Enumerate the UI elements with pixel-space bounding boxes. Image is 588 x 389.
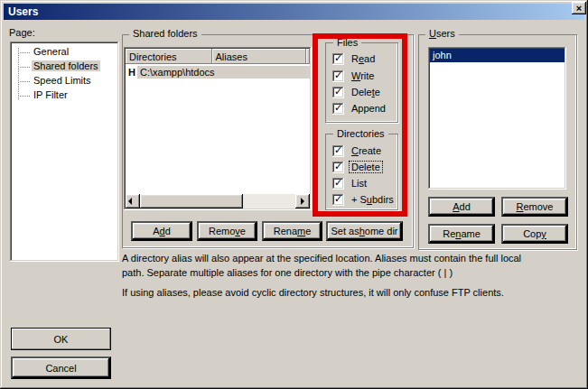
home-dir-flag: H	[126, 67, 137, 78]
subdirs-checkbox[interactable]: ✓	[332, 194, 344, 206]
checkbox-row-write[interactable]: ✓ Write	[332, 69, 376, 82]
shared-folders-group-label: Shared folders	[129, 28, 201, 40]
user-name: john	[433, 50, 452, 60]
scroll-left-button[interactable]	[126, 194, 140, 208]
scrollbar-track[interactable]	[243, 194, 295, 208]
check-icon: ✓	[334, 53, 342, 63]
remove-user-button[interactable]: Remove	[501, 197, 568, 217]
alias-note-line3: If using aliases, please avoid cyclic di…	[122, 287, 504, 298]
sidebar-item-speed-limits[interactable]: Speed Limits	[12, 74, 117, 88]
check-icon: ✓	[334, 162, 342, 171]
append-checkbox[interactable]: ✓	[332, 103, 344, 115]
read-checkbox[interactable]: ✓	[332, 53, 344, 65]
tree-stub	[20, 96, 30, 97]
checkbox-row-delete-dir[interactable]: ✓ Delete	[332, 161, 382, 173]
checkbox-row-list[interactable]: ✓ List	[332, 177, 369, 190]
create-checkbox[interactable]: ✓	[332, 145, 344, 157]
remove-folder-button[interactable]: Remove	[197, 221, 257, 241]
tree-stub	[20, 67, 30, 68]
rename-user-button[interactable]: Rename	[428, 224, 495, 244]
copy-user-button[interactable]: Copy	[501, 224, 568, 244]
close-icon: ×	[576, 4, 582, 14]
files-permissions-group: Files ✓ Read ✓ Write ✓ Delete ✓ Append	[325, 42, 398, 123]
column-header-aliases[interactable]: Aliases	[212, 49, 306, 64]
alias-note-line1: A directory alias will also appear at th…	[122, 253, 521, 264]
check-icon: ✓	[334, 103, 342, 113]
rename-folder-button[interactable]: Rename	[262, 221, 322, 241]
sidebar-item-ip-filter[interactable]: IP Filter	[12, 88, 117, 103]
sidebar-item-general[interactable]: General	[12, 45, 117, 60]
directories-group-label: Directories	[333, 128, 388, 140]
scroll-left-icon	[128, 198, 132, 205]
check-icon: ✓	[334, 145, 342, 155]
scrollbar-thumb[interactable]	[140, 194, 243, 208]
scroll-right-button[interactable]	[295, 194, 310, 208]
close-button[interactable]: ×	[572, 2, 586, 14]
window-title: Users	[8, 5, 38, 18]
check-icon: ✓	[334, 70, 342, 80]
set-home-dir-button[interactable]: Set as home dir	[326, 221, 403, 241]
add-user-button[interactable]: Add	[428, 197, 495, 217]
checkbox-row-create[interactable]: ✓ Create	[332, 144, 383, 157]
scroll-right-icon	[301, 198, 304, 205]
write-checkbox[interactable]: ✓	[332, 70, 344, 82]
check-icon: ✓	[334, 178, 342, 188]
directory-path: C:\xampp\htdocs	[137, 66, 310, 79]
delete-dir-checkbox[interactable]: ✓	[332, 162, 344, 173]
list-header: Directories Aliases	[126, 49, 310, 64]
add-folder-button[interactable]: Add	[131, 221, 192, 241]
horizontal-scrollbar[interactable]	[126, 194, 310, 208]
check-icon: ✓	[334, 87, 342, 97]
users-list: john	[428, 47, 566, 190]
user-row-john[interactable]: john	[430, 49, 565, 62]
delete-file-checkbox[interactable]: ✓	[332, 87, 344, 98]
check-icon: ✓	[334, 194, 342, 204]
alias-note-line2: path. Separate multiple aliases for one …	[122, 267, 453, 278]
page-tree: General Shared folders Speed Limits IP F…	[10, 42, 119, 262]
cancel-button[interactable]: Cancel	[11, 357, 111, 379]
sidebar-item-shared-folders[interactable]: Shared folders	[12, 60, 117, 74]
users-group-label: Users	[425, 28, 459, 40]
tree-stub	[20, 81, 30, 82]
users-dialog: Users × Page: General Shared folders Spe…	[0, 0, 588, 389]
checkbox-row-read[interactable]: ✓ Read	[332, 52, 377, 65]
directories-list: Directories Aliases H C:\xampp\htdocs	[124, 47, 312, 210]
directory-row[interactable]: H C:\xampp\htdocs	[126, 64, 310, 79]
page-label: Page:	[9, 27, 35, 38]
title-bar[interactable]: Users	[4, 4, 584, 20]
checkbox-row-delete-file[interactable]: ✓ Delete	[332, 86, 382, 98]
directories-permissions-group: Directories ✓ Create ✓ Delete ✓ List ✓ +…	[325, 134, 398, 210]
tree-stub	[20, 52, 30, 53]
files-group-label: Files	[333, 37, 361, 49]
checkbox-row-subdirs[interactable]: ✓ + Subdirs	[332, 193, 396, 206]
ok-button[interactable]: OK	[11, 328, 111, 350]
column-header-stub	[306, 49, 310, 64]
column-header-directories[interactable]: Directories	[126, 49, 212, 64]
list-checkbox[interactable]: ✓	[332, 178, 344, 190]
checkbox-row-append[interactable]: ✓ Append	[332, 102, 387, 115]
